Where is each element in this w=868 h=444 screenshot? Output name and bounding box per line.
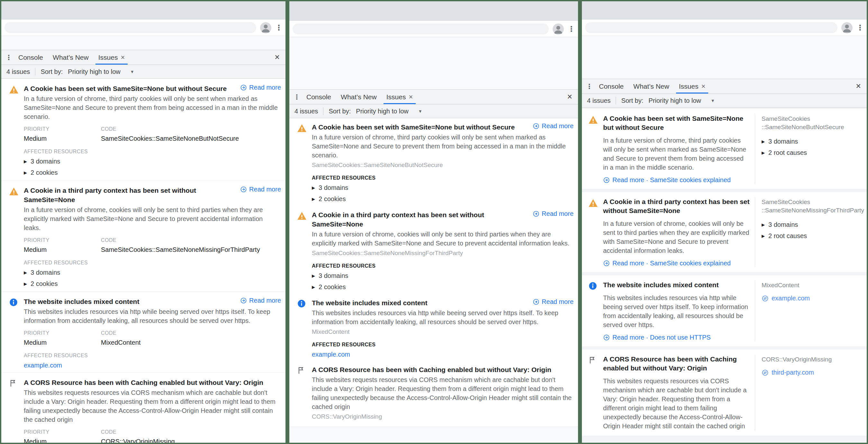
sort-dropdown[interactable]: Priority high to low ▼ <box>648 97 715 104</box>
browser-tab-strip <box>582 1 867 20</box>
read-more-link[interactable]: Read more · SameSite cookies explained <box>603 260 750 267</box>
expand-cookies[interactable]: ▶2 cookies <box>24 279 281 288</box>
affected-resources-label: AFFECTED RESOURCES <box>24 260 281 266</box>
expand-cookies[interactable]: ▶2 cookies <box>312 195 574 203</box>
address-bar[interactable] <box>292 24 549 34</box>
close-icon[interactable]: × <box>564 90 576 104</box>
issue-title: The website includes mixed content <box>24 297 236 306</box>
tab-close-icon[interactable]: × <box>121 54 125 61</box>
issue-card-cors-vary-origin: A CORS Resource has been with Caching en… <box>582 349 867 436</box>
devtools-tab-bar: ⋮ Console What’s New Issues × × <box>1 50 285 65</box>
priority-label: PRIORITY <box>24 330 101 336</box>
tab-close-icon[interactable]: × <box>701 83 705 90</box>
sort-label: Sort by: <box>621 97 643 104</box>
issue-title: A CORS Resource has been with Caching en… <box>312 365 574 374</box>
read-more-link[interactable]: Read more <box>240 297 281 304</box>
expand-domains[interactable]: ▶3 domains <box>762 137 862 146</box>
expand-root-causes[interactable]: ▶2 root causes <box>762 148 862 157</box>
expand-cookies[interactable]: ▶2 cookies <box>312 283 574 292</box>
resource-link[interactable]: example.com <box>762 295 862 302</box>
devtools-menu-icon[interactable]: ⋮ <box>585 79 594 94</box>
code-value-line: SameSiteCookies <box>762 115 862 123</box>
issue-description: This websites requests resources via COR… <box>603 377 748 431</box>
issues-card-list: A Cookie has been set with SameSite=None… <box>582 108 867 443</box>
expand-domains[interactable]: ▶3 domains <box>762 220 862 229</box>
info-icon <box>9 298 19 369</box>
tab-console[interactable]: Console <box>302 90 336 104</box>
page-background <box>289 37 578 89</box>
expand-triangle-icon: ▶ <box>762 232 765 240</box>
expand-triangle-icon: ▶ <box>312 195 315 203</box>
issue-title: A Cookie in a third party context has be… <box>312 210 529 229</box>
warning-icon <box>9 187 19 288</box>
read-more-label: Read more · Does not use HTTPS <box>613 334 711 341</box>
browser-menu-icon[interactable]: ⋮ <box>275 24 281 32</box>
read-more-link[interactable]: Read more <box>240 84 281 91</box>
tab-whats-new[interactable]: What’s New <box>336 90 381 104</box>
devtools-menu-icon[interactable]: ⋮ <box>4 50 13 65</box>
read-more-link[interactable]: Read more <box>240 186 281 193</box>
address-bar[interactable] <box>4 22 256 33</box>
code-value-line: MixedContent <box>762 281 862 289</box>
affected-resources-label: AFFECTED RESOURCES <box>24 149 281 155</box>
tab-console[interactable]: Console <box>13 50 48 65</box>
expand-triangle-icon: ▶ <box>24 168 27 177</box>
browser-tab-strip <box>1 1 285 20</box>
expand-domains[interactable]: ▶3 domains <box>24 157 281 166</box>
close-icon[interactable]: × <box>852 79 864 94</box>
issue-card-samesite-third-party: A Cookie in a third party context has be… <box>582 192 867 272</box>
expand-triangle-icon: ▶ <box>24 279 27 288</box>
tab-issues[interactable]: Issues × <box>674 79 711 94</box>
affected-resources-label: AFFECTED RESOURCES <box>312 342 574 348</box>
expand-root-causes[interactable]: ▶2 root causes <box>762 232 862 240</box>
avatar[interactable] <box>841 22 852 33</box>
domains-count: 3 domains <box>31 268 60 277</box>
root-causes-count: 2 root causes <box>768 148 807 157</box>
address-bar[interactable] <box>585 22 837 33</box>
issue-samesite-third-party: A Cookie in a third party context has be… <box>1 180 285 292</box>
tab-issues[interactable]: Issues × <box>381 90 418 104</box>
issues-toolbar: 4 issues Sort by: Priority high to low ▼ <box>1 65 285 79</box>
domains-count: 3 domains <box>768 220 798 229</box>
cookies-count: 2 cookies <box>31 279 58 288</box>
tab-whats-new[interactable]: What’s New <box>628 79 674 94</box>
root-causes-count: 2 root causes <box>768 232 807 240</box>
expand-domains[interactable]: ▶3 domains <box>312 271 574 280</box>
expand-domains[interactable]: ▶3 domains <box>24 268 281 277</box>
tab-issues[interactable]: Issues × <box>94 50 130 65</box>
close-icon[interactable]: × <box>271 50 283 65</box>
priority-value: Medium <box>24 339 101 346</box>
avatar[interactable] <box>260 22 271 33</box>
sort-dropdown[interactable]: Priority high to low ▼ <box>68 68 134 75</box>
issue-side-panel: SameSiteCookies ::SameSiteNoneButNotSecu… <box>755 114 862 184</box>
expand-domains[interactable]: ▶3 domains <box>312 183 574 192</box>
expand-triangle-icon: ▶ <box>312 283 315 292</box>
read-more-link[interactable]: Read more <box>533 298 574 306</box>
browser-menu-icon[interactable]: ⋮ <box>857 24 862 32</box>
expand-cookies[interactable]: ▶2 cookies <box>24 168 281 177</box>
toolbar-divider <box>616 97 616 104</box>
issue-count: 4 issues <box>587 97 611 104</box>
resource-link[interactable]: third-party.com <box>762 369 862 376</box>
code-value: SameSiteCookies::SameSiteNoneButNotSecur… <box>101 135 239 142</box>
read-more-link[interactable]: Read more <box>533 210 574 217</box>
resource-link[interactable]: example.com <box>312 351 574 358</box>
browser-tab-strip <box>289 1 578 21</box>
issue-count: 4 issues <box>294 108 318 115</box>
read-more-arrow-icon <box>533 123 539 130</box>
sort-dropdown[interactable]: Priority high to low ▼ <box>356 108 422 115</box>
issue-mixed-content: The website includes mixed content Read … <box>289 294 578 361</box>
read-more-link[interactable]: Read more <box>533 123 574 130</box>
read-more-link[interactable]: Read more · Does not use HTTPS <box>603 334 750 341</box>
resource-link[interactable]: example.com <box>24 362 281 369</box>
devtools-menu-icon[interactable]: ⋮ <box>292 90 302 104</box>
tab-whats-new[interactable]: What’s New <box>48 50 94 65</box>
sort-dropdown-arrow-icon: ▼ <box>711 98 715 103</box>
read-more-label: Read more <box>542 123 574 130</box>
read-more-link[interactable]: Read more · SameSite cookies explained <box>603 176 750 184</box>
tab-close-icon[interactable]: × <box>409 94 413 101</box>
sort-dropdown-arrow-icon: ▼ <box>130 69 134 74</box>
tab-console[interactable]: Console <box>594 79 628 94</box>
avatar[interactable] <box>553 24 564 35</box>
browser-menu-icon[interactable]: ⋮ <box>568 25 574 33</box>
